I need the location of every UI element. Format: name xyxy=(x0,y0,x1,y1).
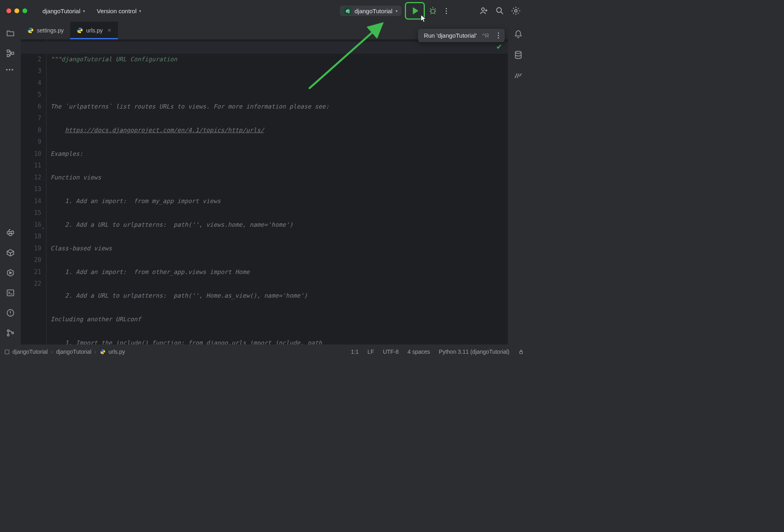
right-toolbar xyxy=(508,22,529,345)
tab-urls-py[interactable]: urls.py × xyxy=(70,22,118,39)
python-packages-button[interactable] xyxy=(6,248,15,257)
breadcrumb-separator-icon: › xyxy=(51,349,53,355)
readonly-toggle-icon[interactable] xyxy=(518,349,524,355)
endpoints-button[interactable] xyxy=(514,71,523,80)
svg-point-11 xyxy=(7,334,9,336)
settings-button[interactable] xyxy=(511,6,521,16)
left-toolbar xyxy=(0,22,21,345)
tab-label: urls.py xyxy=(86,27,103,34)
svg-point-12 xyxy=(12,332,14,334)
chevron-down-icon: ▾ xyxy=(396,9,398,13)
status-bar: djangoTutorial › djangoTutorial › urls.p… xyxy=(0,345,529,359)
svg-point-10 xyxy=(7,330,9,332)
module-icon xyxy=(5,350,9,354)
svg-point-0 xyxy=(431,9,435,13)
svg-point-2 xyxy=(497,8,501,12)
play-icon xyxy=(413,7,418,14)
breadcrumb-item[interactable]: urls.py xyxy=(109,349,125,355)
svg-rect-8 xyxy=(7,290,14,296)
run-button[interactable] xyxy=(405,2,425,20)
interpreter[interactable]: Python 3.11 (djangoTutorial) xyxy=(439,349,509,355)
structure-tool-button[interactable] xyxy=(6,49,15,58)
chevron-down-icon: ▾ xyxy=(83,9,85,13)
window-controls xyxy=(6,8,27,13)
run-configuration-selector[interactable]: dj djangoTutorial ▾ xyxy=(340,6,402,16)
code-with-me-button[interactable] xyxy=(479,6,489,16)
maximize-window-button[interactable] xyxy=(22,8,27,13)
debug-button[interactable] xyxy=(428,6,438,16)
inspections-ok-icon[interactable]: ✔ xyxy=(496,42,502,51)
titlebar: djangoTutorial ▾ Version control ▾ dj dj… xyxy=(0,0,529,22)
svg-rect-14 xyxy=(520,351,523,353)
problems-button[interactable] xyxy=(6,308,15,317)
chevron-down-icon: ▾ xyxy=(139,9,141,13)
minimize-window-button[interactable] xyxy=(14,8,19,13)
svg-point-13 xyxy=(515,51,521,53)
terminal-button[interactable] xyxy=(6,288,15,297)
line-separator[interactable]: LF xyxy=(368,349,374,355)
svg-rect-7 xyxy=(12,52,14,54)
python-file-icon xyxy=(27,27,34,34)
line-gutter: 123 456 789 101112 131415 16› 181920 212… xyxy=(21,39,46,345)
more-actions-button[interactable] xyxy=(446,8,447,14)
python-file-icon xyxy=(100,349,105,355)
git-button[interactable] xyxy=(6,328,15,337)
python-console-button[interactable] xyxy=(6,228,15,237)
vcs-label: Version control xyxy=(97,8,137,14)
django-icon: dj xyxy=(344,7,351,14)
python-file-icon xyxy=(77,27,83,34)
svg-point-3 xyxy=(515,10,517,12)
tooltip-text: Run 'djangoTutorial' xyxy=(424,32,477,39)
svg-point-1 xyxy=(482,8,485,11)
run-tooltip: Run 'djangoTutorial' ^R xyxy=(418,29,505,42)
breadcrumb-item[interactable]: djangoTutorial xyxy=(12,349,48,355)
breadcrumb-item[interactable]: djangoTutorial xyxy=(56,349,91,355)
indent-setting[interactable]: 4 spaces xyxy=(408,349,430,355)
more-tools-button[interactable] xyxy=(6,69,15,71)
svg-rect-5 xyxy=(7,50,10,52)
svg-rect-6 xyxy=(7,54,10,57)
file-encoding[interactable]: UTF-8 xyxy=(383,349,399,355)
close-window-button[interactable] xyxy=(6,8,11,13)
tooltip-shortcut: ^R xyxy=(482,32,489,39)
fold-toggle-icon[interactable]: › xyxy=(42,222,44,234)
code-editor[interactable]: 123 456 789 101112 131415 16› 181920 212… xyxy=(21,39,508,345)
project-selector[interactable]: djangoTutorial ▾ xyxy=(39,6,88,16)
database-button[interactable] xyxy=(514,50,523,59)
tab-label: settings.py xyxy=(37,27,64,34)
doc-link[interactable]: https://docs.djangoproject.com/en/4.1/to… xyxy=(65,127,264,134)
breadcrumbs[interactable]: djangoTutorial › djangoTutorial › urls.p… xyxy=(5,349,125,355)
editor-area: settings.py urls.py × 123 456 789 101112… xyxy=(21,22,508,345)
project-name: djangoTutorial xyxy=(42,8,81,14)
close-tab-button[interactable]: × xyxy=(107,27,111,34)
tab-settings-py[interactable]: settings.py xyxy=(21,22,70,39)
tooltip-more-button[interactable] xyxy=(498,32,499,38)
vcs-selector[interactable]: Version control ▾ xyxy=(94,6,144,16)
notifications-button[interactable] xyxy=(514,30,523,38)
search-button[interactable] xyxy=(495,6,505,16)
code-content[interactable]: """djangoTutorial URL Configuration The … xyxy=(46,39,508,345)
breadcrumb-separator-icon: › xyxy=(95,349,97,355)
services-button[interactable] xyxy=(6,268,15,277)
cursor-position[interactable]: 1:1 xyxy=(351,349,358,355)
run-config-name: djangoTutorial xyxy=(354,8,392,14)
project-tool-button[interactable] xyxy=(6,29,15,38)
